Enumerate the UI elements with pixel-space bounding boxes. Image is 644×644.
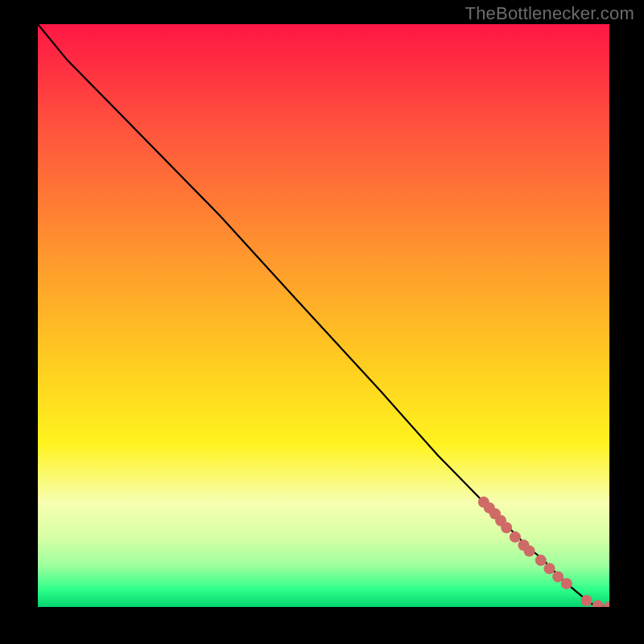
data-marker: [501, 522, 512, 534]
data-marker: [535, 555, 547, 566]
data-marker: [581, 595, 592, 606]
attribution-text: TheBottlenecker.com: [465, 3, 634, 24]
plot-svg: [38, 24, 609, 607]
data-marker: [524, 546, 535, 557]
data-marker: [510, 531, 521, 543]
gradient-background: [38, 24, 609, 607]
data-marker: [544, 563, 555, 574]
chart-frame: TheBottlenecker.com: [0, 0, 644, 644]
data-marker: [561, 578, 572, 589]
plot-area: [38, 24, 609, 607]
